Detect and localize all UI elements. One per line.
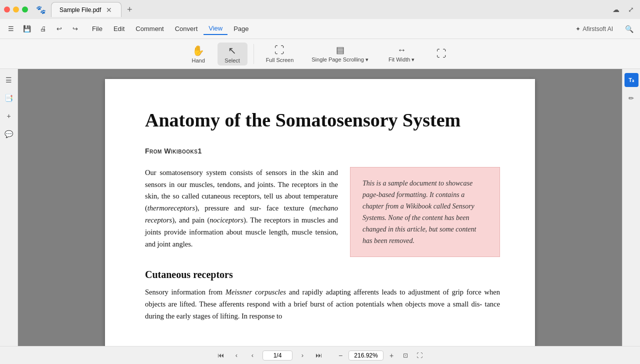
fit-width-tool[interactable]: ↔ Fit Width ▾: [380, 43, 422, 65]
prev-page-button[interactable]: ‹: [230, 350, 242, 362]
menu-view[interactable]: View: [204, 22, 228, 35]
menu-comment[interactable]: Comment: [130, 23, 168, 34]
select-label: Select: [224, 58, 240, 64]
fullscreen-icon: ⛶: [274, 44, 284, 56]
pdf-main-text: Our somatosensory system consists of sen…: [145, 167, 338, 258]
full-zoom-button[interactable]: ⛶: [414, 350, 426, 362]
single-page-label: Single Page Scrolling ▾: [312, 56, 368, 63]
save-button[interactable]: 💾: [20, 22, 34, 36]
titlebar: 🐾 Sample File.pdf ✕ + ☁ ⤢: [0, 0, 640, 19]
fullscreen-label: Full Screen: [266, 57, 294, 63]
menu-convert[interactable]: Convert: [170, 23, 203, 34]
titlebar-right: ☁ ⤢: [611, 4, 636, 14]
fit-width-label: Fit Width ▾: [388, 56, 414, 63]
translate-button[interactable]: T₂: [624, 73, 638, 87]
fit-page-icon: ⛶: [436, 48, 446, 60]
sidebar-pages-icon[interactable]: ☰: [2, 73, 16, 87]
pdf-callout: This is a sample document to showcase pa…: [350, 167, 500, 258]
page-input[interactable]: [262, 350, 292, 360]
tab-bar: Sample File.pdf ✕ +: [51, 2, 611, 17]
pdf-section-title: Cutaneous receptors: [145, 269, 500, 280]
expand-icon[interactable]: ⤢: [626, 4, 636, 14]
tab-close-button[interactable]: ✕: [105, 6, 113, 14]
redo-button[interactable]: ↪: [68, 22, 82, 36]
edit-icon[interactable]: ✏: [624, 91, 638, 105]
separator-1: [254, 44, 254, 64]
pdf-page: Anatomy of the Somatosensory System From…: [105, 79, 535, 346]
prev-button-2[interactable]: ‹: [246, 350, 258, 362]
menu-page[interactable]: Page: [228, 23, 254, 34]
single-page-tool[interactable]: ▤ Single Page Scrolling ▾: [304, 42, 376, 65]
left-sidebar: ☰ 📑 + 💬: [0, 69, 18, 346]
fullscreen-tool[interactable]: ⛶ Full Screen: [260, 42, 300, 65]
print-button[interactable]: 🖨: [36, 22, 50, 36]
sidebar-bookmarks-icon[interactable]: 📑: [2, 91, 16, 105]
pdf-section-text: Sensory information from Meissner corpus…: [145, 286, 500, 322]
undo-button[interactable]: ↩: [52, 22, 66, 36]
single-page-icon: ▤: [336, 44, 344, 56]
ai-label: Afirstsoft AI: [582, 26, 613, 32]
pdf-subtitle: From Wikibooks1: [145, 147, 500, 155]
select-icon: ↖: [228, 44, 236, 56]
zoom-controls: − + ⊡ ⛶: [334, 350, 426, 362]
toolbar: ✋ Hand ↖ Select ⛶ Full Screen ▤ Single P…: [0, 39, 640, 69]
main-area: ☰ 📑 + 💬 Anatomy of the Somatosensory Sys…: [0, 69, 640, 346]
new-tab-button[interactable]: +: [124, 4, 136, 16]
first-page-button[interactable]: ⏮: [214, 350, 226, 362]
pdf-title: Anatomy of the Somatosensory System: [145, 109, 500, 132]
ai-button[interactable]: ✦ Afirstsoft AI: [570, 24, 618, 34]
select-tool[interactable]: ↖ Select: [218, 42, 248, 66]
minimize-button[interactable]: [13, 6, 19, 12]
ai-icon: ✦: [576, 26, 580, 32]
fit-zoom-button[interactable]: ⊡: [400, 350, 412, 362]
tab-label: Sample File.pdf: [60, 6, 101, 14]
search-button[interactable]: 🔍: [622, 22, 636, 36]
maximize-button[interactable]: [22, 6, 28, 12]
zoom-input[interactable]: [348, 350, 384, 360]
pdf-area[interactable]: Anatomy of the Somatosensory System From…: [18, 69, 622, 346]
fit-page-tool[interactable]: ⛶: [426, 46, 456, 62]
tab-pdf[interactable]: Sample File.pdf ✕: [51, 2, 122, 17]
sidebar-comments-icon[interactable]: 💬: [2, 127, 16, 141]
sidebar-add-icon[interactable]: +: [2, 109, 16, 123]
close-button[interactable]: [4, 6, 10, 12]
cloud-icon[interactable]: ☁: [611, 4, 621, 14]
zoom-in-button[interactable]: +: [386, 350, 398, 362]
fit-width-icon: ↔: [397, 45, 406, 56]
app-icon: 🐾: [34, 2, 48, 16]
menu-right: ✦ Afirstsoft AI 🔍: [570, 22, 636, 36]
hand-label: Hand: [192, 58, 204, 64]
right-sidebar: T₂ ✏: [622, 69, 640, 346]
zoom-out-button[interactable]: −: [334, 350, 346, 362]
last-page-button[interactable]: ⏭: [312, 350, 324, 362]
menu-edit[interactable]: Edit: [108, 23, 130, 34]
menubar: ☰ 💾 🖨 ↩ ↪ File Edit Comment Convert View…: [0, 19, 640, 39]
menu-home[interactable]: File: [87, 23, 108, 34]
hand-tool[interactable]: ✋ Hand: [184, 42, 214, 66]
menu-left: ☰ 💾 🖨 ↩ ↪: [4, 22, 82, 36]
pdf-body: Our somatosensory system consists of sen…: [145, 167, 500, 258]
bottom-bar: ⏮ ‹ ‹ › ⏭ − + ⊡ ⛶: [0, 346, 640, 364]
hand-icon: ✋: [192, 44, 204, 56]
next-page-button[interactable]: ›: [296, 350, 308, 362]
hamburger-menu[interactable]: ☰: [4, 22, 18, 36]
traffic-lights: [4, 6, 28, 12]
